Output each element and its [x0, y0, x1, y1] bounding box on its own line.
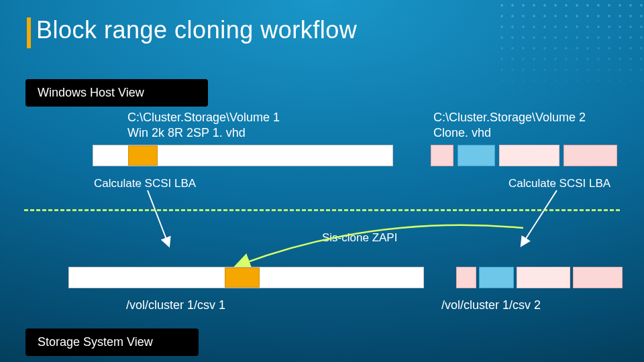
csv2-block-pink-3: [573, 267, 623, 288]
volume1-vhd-bar: [93, 145, 393, 166]
csv1-bar: [68, 267, 424, 288]
volume2-block-blue: [458, 145, 495, 166]
volume2-block-pink-3: [564, 145, 617, 166]
volume2-vhd-bar: [431, 145, 619, 166]
volume1-path-line1: C:\Cluster.Storage\Volume 1: [127, 111, 280, 124]
host-view-label: Windows Host View: [25, 79, 208, 107]
title-accent-bar: [27, 17, 31, 48]
layer-divider: [24, 209, 620, 211]
csv2-path: /vol/cluster 1/csv 2: [441, 298, 541, 313]
csv1-block-orange: [225, 267, 260, 288]
calc-lba-left: Calculate SCSI LBA: [94, 177, 196, 190]
csv1-path: /vol/cluster 1/csv 1: [126, 298, 225, 313]
volume1-path-line2: Win 2k 8R 2SP 1. vhd: [127, 126, 246, 139]
volume2-path-line2: Clone. vhd: [433, 126, 491, 139]
csv2-block-pink-2: [517, 267, 570, 288]
arrow-left-down: [134, 190, 174, 251]
storage-view-label: Storage System View: [25, 328, 199, 356]
svg-line-0: [148, 190, 168, 243]
volume2-block-pink-1: [431, 145, 453, 166]
csv2-block-pink-1: [456, 267, 476, 288]
volume1-path: C:\Cluster.Storage\Volume 1 Win 2k 8R 2S…: [127, 110, 280, 140]
volume2-path-line1: C:\Cluster.Storage\Volume 2: [433, 111, 586, 124]
slide-root: { "title_html": "Block <b>range cloning …: [0, 0, 644, 362]
slide-title: Block range cloning workflow: [36, 16, 357, 44]
calc-lba-right: Calculate SCSI LBA: [508, 177, 610, 190]
volume1-block-orange: [128, 145, 158, 166]
volume2-path: C:\Cluster.Storage\Volume 2 Clone. vhd: [433, 110, 586, 140]
csv2-block-blue: [479, 267, 514, 288]
csv2-bar: [456, 267, 623, 288]
decorative-dot-grid: [496, 0, 644, 94]
volume2-block-pink-2: [499, 145, 559, 166]
